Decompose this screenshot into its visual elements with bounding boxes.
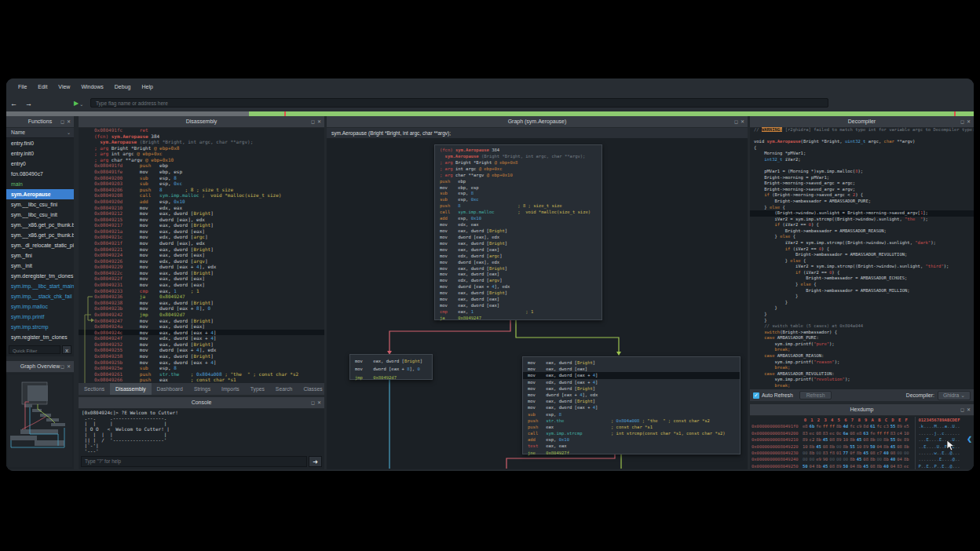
close-icon[interactable]: ✕	[967, 404, 971, 415]
function-item[interactable]: sym.deregister_tm_clones	[6, 271, 74, 281]
code-line[interactable]: Bright->ambassador = AMBASSADOR_PURE;	[750, 199, 974, 205]
console-send-icon[interactable]: ➜	[309, 456, 322, 467]
code-line[interactable]: Bright->morning->saved_argc = argc;	[750, 181, 974, 187]
code-line[interactable]: mov dword [eax], edx	[435, 260, 602, 266]
code-line[interactable]: sym.Aeropause (Bright *Bright, int argc,…	[79, 139, 324, 145]
code-line[interactable]: int32_t iVar2;	[750, 157, 974, 163]
code-line[interactable]: break;	[750, 347, 974, 353]
graph-title-bar[interactable]: Graph (sym.Aeropause) ◻✕	[327, 116, 748, 128]
code-line[interactable]: 0x0804922f mov eax, dword [eax]	[79, 276, 324, 282]
code-line[interactable]: 0x0804925b mov eax, dword [eax + 4]	[79, 359, 324, 366]
code-line[interactable]: Bright->morning->saved_argv = argv;	[750, 187, 974, 193]
code-line[interactable]: mov eax, dword [eax]	[435, 247, 602, 254]
float-icon[interactable]: ◻	[734, 116, 738, 127]
code-line[interactable]: mov eax, dword [eax]	[435, 272, 602, 278]
close-icon[interactable]: ✕	[740, 116, 744, 127]
code-line[interactable]: // switch table (5 cases) at 0x804a044	[750, 323, 974, 330]
float-icon[interactable]: ◻	[60, 361, 64, 372]
code-line[interactable]: sub esp, 8	[435, 191, 602, 197]
tab-types[interactable]: Types	[245, 383, 270, 395]
code-line[interactable]: } else {	[750, 282, 974, 288]
float-icon[interactable]: ◻	[311, 116, 315, 127]
code-line[interactable]: mov eax, dword [Bright]	[435, 241, 602, 247]
code-line[interactable]: 0x080491fc ret	[79, 127, 324, 133]
code-line[interactable]: (fcn) sym.Aeropause 384	[79, 133, 324, 140]
back-icon[interactable]: ←	[6, 100, 21, 108]
code-line[interactable]: ; arg char **argv @ ebp+0x10	[79, 157, 324, 163]
code-line[interactable]: case AMBASSADOR_REVOLUTION:	[750, 371, 974, 378]
tab-search[interactable]: Search	[270, 383, 298, 395]
code-line[interactable]: 0x08049200 sub esp, 8	[79, 175, 324, 181]
tab-dashboard[interactable]: Dashboard	[152, 383, 188, 395]
code-line[interactable]: Bright->ambassador = AMBASSADOR_REASON;	[750, 228, 974, 235]
code-line[interactable]: 0x08049226 mov edx, dword [argv]	[79, 258, 324, 265]
float-icon[interactable]: ◻	[311, 397, 315, 408]
function-item[interactable]: sym.imp.malloc	[6, 301, 74, 312]
code-line[interactable]: 0x08049212 mov eax, dword [Bright]	[79, 210, 324, 217]
function-item[interactable]: sym.register_tm_clones	[6, 332, 74, 342]
hexdump-grid[interactable]: 0123456789ABCDEF0123456789ABCDEF0x000000…	[751, 417, 960, 469]
graph-node-entry[interactable]: (fcn) sym.Aeropause 384 sym.Aeropause (B…	[434, 144, 602, 320]
code-line[interactable]: (Bright->window).sunlight = Bright->morn…	[750, 210, 974, 217]
code-line[interactable]: push 8 ; 8 ; size_t size	[435, 203, 602, 210]
code-line[interactable]: 0x08049229 mov dword [eax + 4], edx	[79, 264, 324, 270]
code-line[interactable]: test eax, eax	[523, 443, 740, 449]
flag-search-input[interactable]: Type flag name or address here	[90, 98, 828, 108]
function-item[interactable]: entry.init0	[6, 148, 74, 159]
code-line[interactable]: 0x0804920d add esp, 0x10	[79, 199, 324, 205]
filter-clear-button[interactable]: X	[62, 345, 71, 354]
code-line[interactable]: {	[750, 145, 974, 151]
tab-disassembly[interactable]: Disassembly	[110, 383, 152, 395]
hex-row[interactable]: 0x0000000008049230008b0083f801770f8b4508…	[751, 450, 960, 456]
code-line[interactable]: mov dword [eax + 4], edx	[435, 284, 602, 290]
close-icon[interactable]: ✕	[67, 116, 71, 127]
code-line[interactable]: 0x08049255 mov dword [eax + 4], edx	[79, 347, 324, 353]
code-line[interactable]: mov eax, dword [Bright]	[435, 290, 602, 297]
code-line[interactable]: 0x08049236 ja 0x8049247	[79, 294, 324, 300]
code-line[interactable]: mov dword [eax + 8], 0	[350, 365, 432, 373]
function-item[interactable]: sym._fini	[6, 250, 74, 261]
graph-overview-minimap[interactable]	[6, 373, 74, 469]
code-line[interactable]: 0x0804921f mov dword [eax], edx	[79, 240, 324, 246]
code-line[interactable]: 0x08049208 call sym.imp.malloc ; void *m…	[79, 192, 324, 199]
code-line[interactable]: 0x08049206 push 8 ; 8 ; size_t size	[79, 187, 324, 193]
functions-title-bar[interactable]: Functions ◻✕	[6, 116, 74, 128]
code-line[interactable]: | | | | |	[79, 432, 324, 437]
code-line[interactable]: ; arg int argc @ ebp+0xc	[79, 151, 324, 157]
menu-file[interactable]: File	[13, 78, 32, 95]
code-line[interactable]: ja 0x8049247	[435, 316, 602, 322]
code-line[interactable]: 0x08049221 mov eax, dword [Bright]	[79, 246, 324, 253]
code-line[interactable]	[750, 162, 974, 169]
code-line[interactable]: break;	[750, 365, 974, 371]
code-line[interactable]: mov eax, dword [Bright]	[435, 266, 602, 272]
code-line[interactable]: 0x08049258 mov eax, dword [Bright]	[79, 353, 324, 359]
code-line[interactable]: add esp, 0x10	[523, 436, 740, 443]
debug-play-icon[interactable]: ▶	[74, 100, 79, 107]
close-icon[interactable]: ✕	[67, 361, 71, 372]
code-line[interactable]: mov ebp, esp	[435, 185, 602, 192]
code-line[interactable]: Morning *pMVar1;	[750, 151, 974, 157]
code-line[interactable]: 0x080491fd push ebp	[79, 162, 324, 169]
code-line[interactable]: push eax ; const char *s1	[523, 424, 740, 430]
function-item[interactable]: sym._init	[6, 261, 74, 271]
float-icon[interactable]: ◻	[960, 116, 964, 127]
code-line[interactable]: ; arg char **argv @ ebp+0x10	[435, 173, 602, 179]
console-title-bar[interactable]: Console ◻✕	[79, 397, 324, 409]
menu-windows[interactable]: Windows	[75, 78, 108, 95]
function-item[interactable]: sym.imp.__libc_start_main	[6, 281, 74, 291]
code-line[interactable]: 0x08049242 jmp 0x80492d7	[79, 312, 324, 318]
function-item[interactable]: sym.imp.__stack_chk_fail	[6, 291, 74, 301]
code-line[interactable]: 0x0804921a mov eax, dword [eax]	[79, 228, 324, 235]
code-line[interactable]: mov dword [eax + 4], edx	[523, 392, 740, 398]
code-line[interactable]: mov eax, dword [eax]	[523, 366, 740, 372]
code-line[interactable]: mov edx, dword [eax + 4]	[523, 379, 740, 385]
code-line[interactable]: switch(Bright->ambassador) {	[750, 330, 974, 336]
code-line[interactable]: mov edx, dword [argc]	[435, 254, 602, 260]
menu-view[interactable]: View	[53, 78, 75, 95]
tab-classes[interactable]: Classes	[298, 383, 324, 395]
code-line[interactable]: void sym.Aeropause(Bright *Bright, uint3…	[750, 139, 974, 145]
code-line[interactable]: call sym.imp.malloc ; void *malloc(size_…	[435, 210, 602, 216]
disassembly-listing[interactable]: 0x080491fc ret(fcn) sym.Aeropause 384 sy…	[79, 127, 324, 383]
tab-imports[interactable]: Imports	[216, 383, 245, 395]
code-line[interactable]: mov eax, dword [Bright]	[523, 359, 740, 366]
